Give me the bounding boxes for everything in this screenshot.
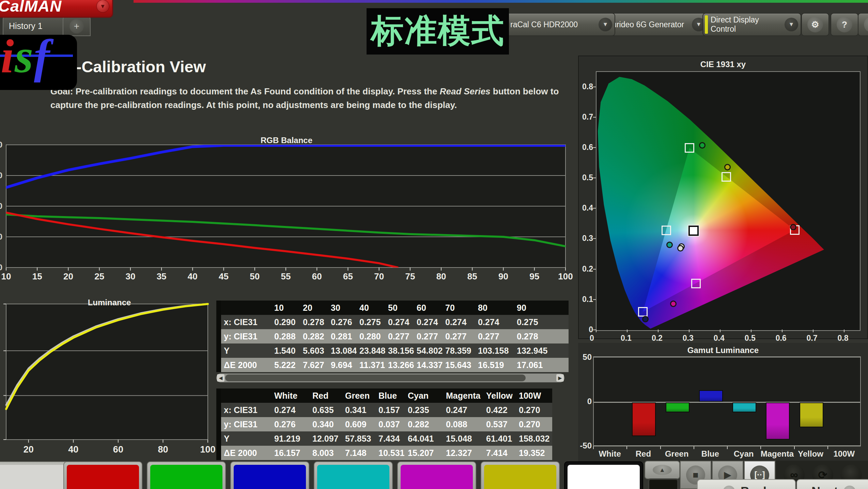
chevron-up-icon: ▲ xyxy=(653,465,672,475)
table-cell: 13.266 xyxy=(385,358,414,372)
picture-mode-overlay: 标准模式 xyxy=(367,8,509,55)
window-top-accent xyxy=(134,0,868,3)
y-axis-tick-label: 0.5 xyxy=(579,173,593,182)
next-button[interactable]: Next » xyxy=(796,479,868,489)
svg-text:50: 50 xyxy=(250,271,260,281)
table-header-cell: 20 xyxy=(300,301,328,315)
table-cell: 0.282 xyxy=(405,417,443,431)
cie-chart-title: CIE 1931 xy xyxy=(579,60,867,69)
swatch-color-fill xyxy=(568,465,640,489)
table-header-cell: 40 xyxy=(357,301,385,315)
pattern-swatch-yellow[interactable] xyxy=(481,461,560,489)
svg-text:45: 45 xyxy=(219,271,229,281)
luminance-plot: 20406080100 xyxy=(0,297,219,468)
isf-logo: isf xyxy=(0,35,77,90)
table-row: Y91.21912.09757.8537.43464.04115.04861.4… xyxy=(221,431,558,446)
help-button[interactable]: ? xyxy=(831,13,858,36)
cie-1931-chart: CIE 1931 xy 0.80.70.60.50.40.30.20.1000.… xyxy=(578,56,868,339)
table-cell: 38.156 xyxy=(385,343,414,358)
next-label: Next xyxy=(811,485,838,489)
table-cell: 0.274 xyxy=(475,315,514,329)
display-status-stripe xyxy=(705,15,708,34)
calman-logo[interactable]: CalMAN ▾ xyxy=(0,0,113,18)
swatch-color-fill xyxy=(0,465,66,489)
table-header-cell: 50 xyxy=(385,301,414,315)
table-cell: 0.247 xyxy=(443,403,483,417)
svg-text:0: 0 xyxy=(0,201,2,211)
svg-text:95: 95 xyxy=(529,271,539,281)
pattern-panel-expander[interactable]: ▲ xyxy=(645,461,680,479)
y-axis-tick-label: 0.7 xyxy=(579,112,593,122)
target-marker-magenta xyxy=(691,279,701,288)
y-axis-tick xyxy=(593,178,596,178)
svg-text:100: 100 xyxy=(558,271,573,281)
y-axis-tick-label: 0.4 xyxy=(579,203,593,213)
row-label-cell: ΔE 2000 xyxy=(221,446,272,460)
table-cell: 0.609 xyxy=(342,417,376,431)
table-cell: 11.371 xyxy=(357,358,385,372)
table-cell: 0.278 xyxy=(514,329,569,343)
read-series-ref: Read Series xyxy=(440,86,491,96)
scrollbar-thumb[interactable] xyxy=(225,375,526,381)
table-header-cell: Blue xyxy=(376,388,405,403)
add-tab-button[interactable]: + xyxy=(63,16,91,36)
measured-point-blue xyxy=(642,316,649,322)
table-cell: 91.219 xyxy=(272,431,310,446)
table-cell: 10.531 xyxy=(376,446,405,460)
row-label-cell: x: CIE31 xyxy=(221,315,272,329)
pattern-swatch-red[interactable] xyxy=(63,461,142,489)
collapse-panel-button[interactable]: ◀ xyxy=(858,13,868,36)
plus-icon: + xyxy=(69,19,84,33)
chevron-down-icon: ▼ xyxy=(599,18,612,31)
bar-green xyxy=(666,402,689,412)
row-label-cell: ΔE 2000 xyxy=(221,358,272,372)
table-row: x: CIE310.2900.2780.2760.2750.2740.2740.… xyxy=(221,315,569,329)
pattern-swatch-gray[interactable] xyxy=(0,461,69,489)
chevron-left-icon: ◀ xyxy=(864,17,868,32)
gamut-luminance-title: Gamut Luminance xyxy=(578,346,868,355)
table-cell: 15.207 xyxy=(405,446,443,460)
table-cell: 64.041 xyxy=(405,431,443,446)
target-marker-yellow xyxy=(722,172,731,182)
svg-text:70: 70 xyxy=(374,271,384,281)
svg-text:75: 75 xyxy=(405,271,415,281)
scroll-right-icon[interactable]: ▶ xyxy=(556,374,564,382)
svg-text:35: 35 xyxy=(157,271,167,281)
pattern-window-toggle[interactable] xyxy=(648,478,679,489)
table-cell: 0.277 xyxy=(385,329,414,343)
table-cell: 0.088 xyxy=(443,417,483,431)
pattern-swatch-blue[interactable] xyxy=(230,461,309,489)
pattern-swatch-cyan[interactable] xyxy=(314,461,393,489)
x-axis-tick xyxy=(660,446,661,449)
y-axis-tick-label: 0.1 xyxy=(579,295,593,304)
row-label-cell: Y xyxy=(221,343,272,358)
back-button[interactable]: « Back xyxy=(697,479,796,489)
table-header-row: 102030405060708090 xyxy=(221,301,569,315)
table-cell: 158.032 xyxy=(516,431,552,446)
x-axis-tick xyxy=(827,446,828,449)
x-axis-tick-label: 0.1 xyxy=(621,334,633,343)
tab-history-1[interactable]: History 1 xyxy=(3,16,67,36)
table-header-cell: 90 xyxy=(514,301,569,315)
display-control-dropdown[interactable]: Direct Display Control ▼ xyxy=(702,13,801,36)
table-cell: 13.084 xyxy=(328,343,357,358)
scroll-left-icon[interactable]: ◀ xyxy=(217,374,224,382)
pattern-swatch-green[interactable] xyxy=(147,461,226,489)
svg-text:15: 15 xyxy=(32,271,42,281)
x-axis-tick xyxy=(658,330,658,332)
table-cell: 0.277 xyxy=(475,329,514,343)
x-axis-tick xyxy=(626,446,627,449)
grayscale-table-scrollbar[interactable]: ◀ ▶ xyxy=(216,373,564,382)
svg-text:20: 20 xyxy=(63,271,73,281)
target-marker-green xyxy=(685,143,694,153)
pattern-swatch-white[interactable] xyxy=(564,461,643,489)
svg-text:0: 0 xyxy=(0,171,2,180)
settings-button[interactable]: ⚙ xyxy=(801,13,829,36)
meter-dropdown[interactable]: raCal C6 HDR2000 ▼ xyxy=(491,13,615,36)
table-cell: 0.422 xyxy=(483,403,516,417)
pattern-swatch-magenta[interactable] xyxy=(397,461,476,489)
x-axis-tick xyxy=(596,330,596,332)
y-axis-tick-label: 0 xyxy=(578,397,592,406)
logo-menu-caret-icon[interactable]: ▾ xyxy=(96,0,109,13)
x-axis-tick xyxy=(751,330,751,332)
